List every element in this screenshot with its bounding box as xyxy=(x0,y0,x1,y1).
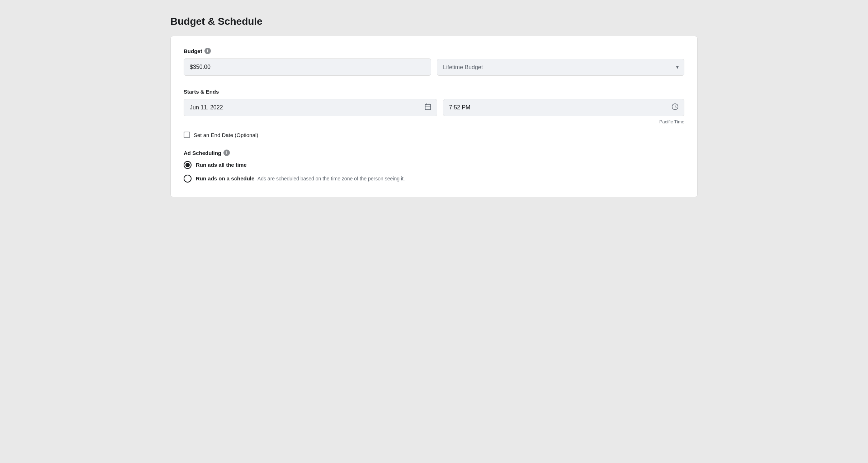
budget-section-label: Budget i xyxy=(184,48,684,54)
starts-ends-section: Starts & Ends xyxy=(184,89,684,138)
start-time-input[interactable] xyxy=(443,99,684,116)
starts-ends-label: Starts & Ends xyxy=(184,89,684,95)
ad-scheduling-label-text: Ad Scheduling xyxy=(184,150,221,156)
budget-info-icon[interactable]: i xyxy=(204,48,211,54)
run-all-time-label[interactable]: Run ads all the time xyxy=(196,162,247,168)
budget-amount-input[interactable] xyxy=(184,58,431,76)
time-input-wrapper xyxy=(443,99,684,116)
radio-row-run-on-schedule: Run ads on a schedule Ads are scheduled … xyxy=(184,175,684,183)
page-container: Budget & Schedule Budget i Daily Budget … xyxy=(163,7,705,206)
budget-type-select[interactable]: Daily Budget Lifetime Budget xyxy=(437,59,684,76)
start-date-input[interactable] xyxy=(184,99,437,116)
page-title: Budget & Schedule xyxy=(170,16,698,27)
radio-row-run-all-time: Run ads all the time xyxy=(184,161,684,169)
budget-schedule-card: Budget i Daily Budget Lifetime Budget ▾ … xyxy=(170,36,698,197)
ad-scheduling-section: Ad Scheduling i Run ads all the time Run… xyxy=(184,150,684,183)
end-date-checkbox[interactable] xyxy=(184,132,190,138)
run-on-schedule-label[interactable]: Run ads on a schedule Ads are scheduled … xyxy=(196,175,405,182)
date-input-wrapper xyxy=(184,99,437,116)
ad-scheduling-label: Ad Scheduling i xyxy=(184,150,684,156)
run-all-time-label-text: Run ads all the time xyxy=(196,162,247,168)
budget-input-wrapper xyxy=(184,58,431,76)
run-on-schedule-label-text: Run ads on a schedule xyxy=(196,175,254,181)
starts-ends-label-text: Starts & Ends xyxy=(184,89,219,95)
timezone-label: Pacific Time xyxy=(184,119,684,124)
run-on-schedule-sublabel: Ads are scheduled based on the time zone… xyxy=(258,176,405,181)
end-date-label[interactable]: Set an End Date (Optional) xyxy=(194,132,258,138)
budget-type-wrapper: Daily Budget Lifetime Budget ▾ xyxy=(437,59,684,76)
run-all-time-radio[interactable] xyxy=(184,161,192,169)
budget-label-text: Budget xyxy=(184,48,202,54)
end-date-row: Set an End Date (Optional) xyxy=(184,132,684,138)
run-on-schedule-radio[interactable] xyxy=(184,175,192,183)
ad-scheduling-radio-group: Run ads all the time Run ads on a schedu… xyxy=(184,161,684,183)
datetime-row xyxy=(184,99,684,116)
budget-row: Daily Budget Lifetime Budget ▾ xyxy=(184,58,684,76)
ad-scheduling-info-icon[interactable]: i xyxy=(223,150,230,156)
